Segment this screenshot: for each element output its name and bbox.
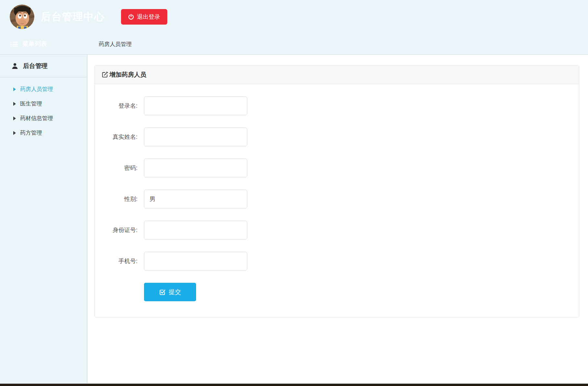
form-row-gender: 性别: 男 — [95, 190, 579, 208]
caret-right-icon — [13, 102, 16, 106]
real-name-label: 真实姓名: — [95, 133, 138, 141]
id-number-label: 身份证号: — [95, 226, 138, 234]
form-row-phone: 手机号: — [95, 252, 579, 270]
check-square-icon — [159, 289, 166, 295]
menu-list-header[interactable]: 菜单列表 — [0, 40, 87, 48]
sidebar-item-medicine-info[interactable]: 药材信息管理 — [0, 111, 87, 126]
footer-strip — [0, 383, 588, 386]
sidebar-item-pharmacy-staff[interactable]: 药房人员管理 — [0, 82, 87, 96]
sidebar-section-label: 后台管理 — [23, 62, 48, 70]
logout-label: 退出登录 — [137, 13, 160, 21]
gender-selected-value: 男 — [150, 195, 155, 203]
main-content: 增加药房人员 登录名: 真实姓名: 密码: 性别: — [87, 55, 588, 383]
submit-button[interactable]: 提交 — [144, 283, 196, 301]
sidebar-item-label: 药方管理 — [20, 129, 42, 137]
caret-right-icon — [13, 131, 16, 135]
login-name-input[interactable] — [144, 96, 247, 115]
form-row-id-number: 身份证号: — [95, 221, 579, 239]
add-staff-panel: 增加药房人员 登录名: 真实姓名: 密码: 性别: — [94, 65, 579, 317]
power-icon — [128, 14, 134, 20]
sidebar-item-label: 药材信息管理 — [20, 115, 53, 122]
user-icon — [12, 63, 18, 69]
content-row: 后台管理 药房人员管理 医生管理 药材信息管理 药方管理 — [0, 54, 588, 383]
sidebar-item-label: 药房人员管理 — [20, 85, 53, 93]
caret-right-icon — [13, 87, 16, 91]
gender-select[interactable]: 男 — [144, 190, 247, 208]
sidebar-section-admin[interactable]: 后台管理 — [0, 55, 87, 77]
form-row-login-name: 登录名: — [95, 96, 579, 115]
list-icon — [10, 41, 18, 47]
sidebar-menu: 药房人员管理 医生管理 药材信息管理 药方管理 — [0, 77, 87, 140]
form-row-password: 密码: — [95, 159, 579, 177]
phone-label: 手机号: — [95, 257, 138, 265]
avatar[interactable] — [10, 5, 34, 29]
menu-header-label: 菜单列表 — [22, 40, 47, 48]
panel-header: 增加药房人员 — [95, 65, 579, 84]
cartoon-girl-avatar — [10, 5, 34, 29]
panel-body: 登录名: 真实姓名: 密码: 性别: 男 — [95, 84, 579, 301]
gender-label: 性别: — [95, 195, 138, 203]
submit-row: 提交 — [95, 283, 579, 301]
breadcrumb: 药房人员管理 — [87, 40, 132, 48]
logout-button[interactable]: 退出登录 — [121, 9, 167, 25]
edit-icon — [102, 72, 108, 78]
form-row-real-name: 真实姓名: — [95, 127, 579, 146]
id-number-input[interactable] — [144, 221, 247, 239]
password-label: 密码: — [95, 164, 138, 172]
caret-right-icon — [13, 116, 16, 120]
sidebar-item-doctor[interactable]: 医生管理 — [0, 96, 87, 111]
real-name-input[interactable] — [144, 127, 247, 146]
login-name-label: 登录名: — [95, 102, 138, 110]
sub-header: 菜单列表 药房人员管理 — [0, 34, 588, 54]
phone-input[interactable] — [144, 252, 247, 270]
submit-label: 提交 — [169, 288, 181, 296]
panel-title: 增加药房人员 — [109, 71, 146, 79]
password-input[interactable] — [144, 159, 247, 177]
sidebar-item-prescription[interactable]: 药方管理 — [0, 126, 87, 140]
page-title: 后台管理中心 — [41, 10, 105, 24]
app-header: 后台管理中心 退出登录 — [0, 0, 588, 34]
sidebar: 后台管理 药房人员管理 医生管理 药材信息管理 药方管理 — [0, 55, 87, 383]
sidebar-item-label: 医生管理 — [20, 100, 42, 107]
